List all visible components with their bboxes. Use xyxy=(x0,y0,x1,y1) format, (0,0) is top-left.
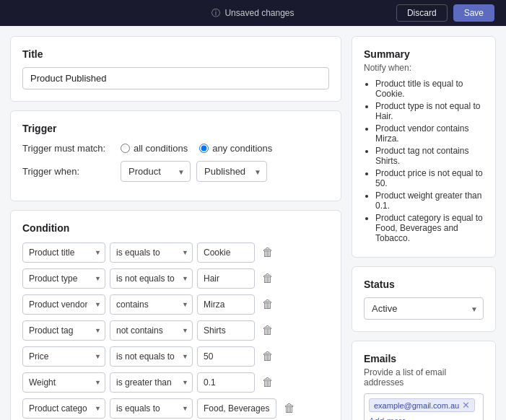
title-card: Title xyxy=(10,36,341,102)
trigger-when-select-wrap: Product Order Customer ▼ xyxy=(121,161,191,182)
cond-field-5[interactable]: Product titleProduct typeProduct vendorP… xyxy=(22,346,105,367)
top-bar-actions: Discard Save xyxy=(396,4,494,22)
cond-value-2[interactable] xyxy=(197,268,255,289)
cond-op-1-wrap: is equals tois not equals tocontainsnot … xyxy=(110,242,193,263)
main-content: Title Trigger Trigger must match: all co… xyxy=(0,26,506,420)
summary-item-3: Product vendor contains Mirza. xyxy=(375,123,484,144)
cond-op-2[interactable]: is equals tois not equals tocontainsnot … xyxy=(110,268,193,289)
condition-title: Condition xyxy=(22,222,329,234)
summary-item-5: Product price is not equal to 50. xyxy=(375,168,484,188)
cond-field-1[interactable]: Product titleProduct typeProduct vendorP… xyxy=(22,242,105,263)
summary-title: Summary xyxy=(364,48,484,60)
cond-op-4-wrap: is equals tois not equals tocontainsnot … xyxy=(110,320,193,341)
summary-item-7: Product category is equal to Food, Bever… xyxy=(375,213,484,243)
cond-value-7[interactable] xyxy=(197,398,276,419)
condition-card: Condition Product titleProduct typeProdu… xyxy=(10,210,341,420)
cond-field-7[interactable]: Product titleProduct typeProduct vendorP… xyxy=(22,398,105,419)
cond-field-4[interactable]: Product titleProduct typeProduct vendorP… xyxy=(22,320,105,341)
trigger-title: Trigger xyxy=(22,123,329,134)
summary-card: Summary Notify when: Product title is eq… xyxy=(352,36,496,258)
status-select-wrap: Active Inactive ▼ xyxy=(364,297,484,320)
email-tag-value: example@gmail.com.au xyxy=(374,401,459,410)
trigger-event-select[interactable]: Published Created Updated Deleted xyxy=(196,161,267,182)
all-conditions-radio[interactable] xyxy=(121,144,130,153)
summary-item-1: Product title is equal to Cookie. xyxy=(375,79,484,99)
cond-value-4[interactable] xyxy=(197,320,255,341)
cond-op-3-wrap: is equals tois not equals tocontainsnot … xyxy=(110,294,193,315)
cond-op-6-wrap: is equals tois not equals tocontainsnot … xyxy=(110,372,193,393)
cond-field-3-wrap: Product titleProduct typeProduct vendorP… xyxy=(22,294,105,315)
trigger-when-select[interactable]: Product Order Customer xyxy=(121,161,191,182)
cond-field-2-wrap: Product titleProduct typeProduct vendorP… xyxy=(22,268,105,289)
delete-row-3-button[interactable]: 🗑 xyxy=(259,297,276,312)
email-tag-1: example@gmail.com.au ✕ xyxy=(369,398,475,412)
all-conditions-option[interactable]: all conditions xyxy=(121,143,188,154)
condition-row-2: Product titleProduct typeProduct vendorP… xyxy=(22,268,329,289)
cond-op-4[interactable]: is equals tois not equals tocontainsnot … xyxy=(110,320,193,341)
delete-row-4-button[interactable]: 🗑 xyxy=(259,323,276,338)
trigger-match-row: Trigger must match: all conditions any c… xyxy=(22,143,329,154)
all-conditions-label: all conditions xyxy=(134,143,188,154)
cond-field-6-wrap: Product titleProduct typeProduct vendorP… xyxy=(22,372,105,393)
trigger-match-options: all conditions any conditions xyxy=(121,143,272,154)
condition-row-4: Product titleProduct typeProduct vendorP… xyxy=(22,320,329,341)
title-input[interactable] xyxy=(22,67,329,89)
cond-op-2-wrap: is equals tois not equals tocontainsnot … xyxy=(110,268,193,289)
cond-field-4-wrap: Product titleProduct typeProduct vendorP… xyxy=(22,320,105,341)
delete-row-2-button[interactable]: 🗑 xyxy=(259,271,276,286)
delete-row-7-button[interactable]: 🗑 xyxy=(281,401,298,416)
add-more-link[interactable]: Add more... xyxy=(369,416,479,420)
any-conditions-label: any conditions xyxy=(212,143,272,154)
unsaved-text: Unsaved changes xyxy=(224,8,294,18)
cond-op-6[interactable]: is equals tois not equals tocontainsnot … xyxy=(110,372,193,393)
condition-row-7: Product titleProduct typeProduct vendorP… xyxy=(22,398,329,419)
status-title: Status xyxy=(364,279,484,290)
summary-list: Product title is equal to Cookie. Produc… xyxy=(364,79,484,243)
cond-value-1[interactable] xyxy=(197,242,255,263)
status-select[interactable]: Active Inactive xyxy=(364,297,484,320)
emails-subtitle: Provide a list of email addresses xyxy=(364,367,484,388)
top-bar: ⓘ Unsaved changes Discard Save xyxy=(0,0,506,26)
cond-op-5[interactable]: is equals tois not equals tocontainsnot … xyxy=(110,346,193,367)
cond-op-1[interactable]: is equals tois not equals tocontainsnot … xyxy=(110,242,193,263)
left-column: Title Trigger Trigger must match: all co… xyxy=(10,36,341,420)
status-card: Status Active Inactive ▼ xyxy=(352,266,496,332)
summary-item-4: Product tag not contains Shirts. xyxy=(375,146,484,166)
emails-title: Emails xyxy=(364,353,484,364)
info-icon: ⓘ xyxy=(211,7,220,19)
trigger-selects: Product Order Customer ▼ Published Creat… xyxy=(121,161,267,182)
cond-op-7-wrap: is equals tois not equals tocontainsnot … xyxy=(110,398,193,419)
cond-value-3[interactable] xyxy=(197,294,255,315)
any-conditions-option[interactable]: any conditions xyxy=(199,143,272,154)
cond-value-6[interactable] xyxy=(197,372,255,393)
trigger-when-row: Trigger when: Product Order Customer ▼ P… xyxy=(22,161,329,182)
cond-field-7-wrap: Product titleProduct typeProduct vendorP… xyxy=(22,398,105,419)
remove-email-tag-button[interactable]: ✕ xyxy=(462,401,470,410)
delete-row-5-button[interactable]: 🗑 xyxy=(259,349,276,364)
cond-field-3[interactable]: Product titleProduct typeProduct vendorP… xyxy=(22,294,105,315)
any-conditions-radio[interactable] xyxy=(199,144,209,153)
email-box[interactable]: example@gmail.com.au ✕ Add more... xyxy=(364,393,484,420)
delete-row-6-button[interactable]: 🗑 xyxy=(259,375,276,390)
cond-op-3[interactable]: is equals tois not equals tocontainsnot … xyxy=(110,294,193,315)
cond-op-7[interactable]: is equals tois not equals tocontainsnot … xyxy=(110,398,193,419)
trigger-when-label: Trigger when: xyxy=(22,166,109,177)
save-button[interactable]: Save xyxy=(453,4,494,22)
condition-row-1: Product titleProduct typeProduct vendorP… xyxy=(22,242,329,263)
summary-item-6: Product weight greater than 0.1. xyxy=(375,191,484,211)
cond-value-5[interactable] xyxy=(197,346,255,367)
cond-field-5-wrap: Product titleProduct typeProduct vendorP… xyxy=(22,346,105,367)
cond-field-1-wrap: Product titleProduct typeProduct vendorP… xyxy=(22,242,105,263)
cond-field-2[interactable]: Product titleProduct typeProduct vendorP… xyxy=(22,268,105,289)
cond-field-6[interactable]: Product titleProduct typeProduct vendorP… xyxy=(22,372,105,393)
title-label: Title xyxy=(22,48,329,60)
trigger-match-label: Trigger must match: xyxy=(22,143,109,154)
summary-item-2: Product type is not equal to Hair. xyxy=(375,101,484,121)
right-column: Summary Notify when: Product title is eq… xyxy=(352,36,496,420)
cond-op-5-wrap: is equals tois not equals tocontainsnot … xyxy=(110,346,193,367)
trigger-card: Trigger Trigger must match: all conditio… xyxy=(10,110,341,201)
notify-label: Notify when: xyxy=(364,63,484,73)
discard-button[interactable]: Discard xyxy=(396,4,448,22)
delete-row-1-button[interactable]: 🗑 xyxy=(259,245,276,260)
condition-row-5: Product titleProduct typeProduct vendorP… xyxy=(22,346,329,367)
